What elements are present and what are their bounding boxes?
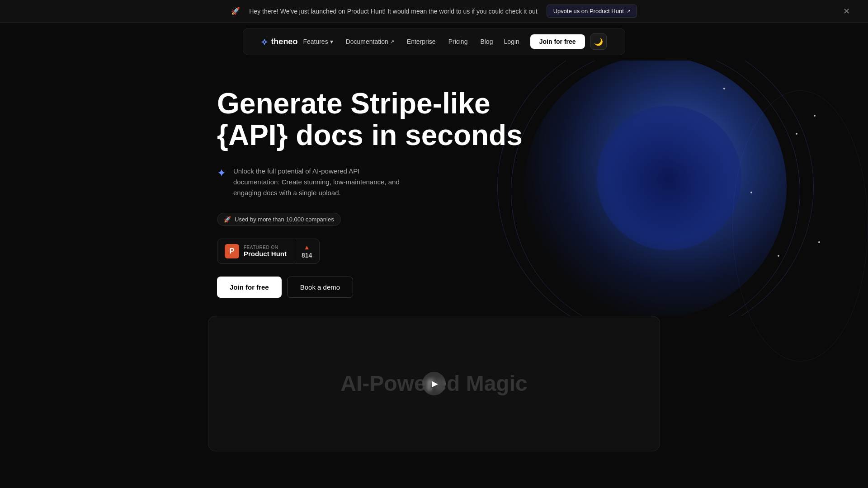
- join-free-button-nav[interactable]: Join for free: [530, 34, 585, 49]
- used-by-icon: 🚀: [224, 216, 231, 223]
- dot-5: [778, 255, 779, 257]
- dot-2: [796, 133, 797, 135]
- nav-enterprise[interactable]: Enterprise: [401, 35, 441, 48]
- video-text-right: ed Magic: [434, 371, 527, 395]
- nav-pricing[interactable]: Pricing: [443, 35, 473, 48]
- orb-ring: [511, 61, 800, 316]
- logo-name: theneo: [271, 37, 297, 47]
- close-announcement-button[interactable]: ✕: [843, 6, 850, 16]
- cta-buttons: Join for free Book a demo: [217, 277, 524, 298]
- dot-6: [814, 115, 816, 117]
- ph-text-wrap: FEATURED ON Product Hunt: [244, 245, 287, 258]
- orb-outer-ring: [497, 61, 814, 316]
- hero-content: Generate Stripe-like {API} docs in secon…: [217, 88, 524, 298]
- ph-upvote-arrow-icon: ▲: [304, 244, 310, 251]
- hero-subtitle: Unlock the full potential of AI-powered …: [233, 166, 405, 198]
- nav-documentation-label: Documentation: [346, 38, 388, 45]
- nav-enterprise-label: Enterprise: [407, 38, 436, 45]
- ph-featured-text: FEATURED ON: [244, 245, 287, 250]
- theme-toggle-button[interactable]: 🌙: [590, 33, 607, 50]
- hero-subtitle-wrapper: ✦ Unlock the full potential of AI-powere…: [217, 166, 524, 198]
- nav-pricing-label: Pricing: [448, 38, 468, 45]
- upvote-link[interactable]: Upvote us on Product Hunt ↗: [547, 5, 637, 18]
- ph-product-hunt-label: Product Hunt: [244, 250, 287, 258]
- login-button[interactable]: Login: [498, 35, 524, 48]
- hero-section: Generate Stripe-like {API} docs in secon…: [0, 61, 868, 316]
- hero-title-line2: {API} docs in seconds: [217, 119, 523, 151]
- product-hunt-badge[interactable]: P FEATURED ON Product Hunt ▲ 814: [217, 239, 320, 264]
- nav-features[interactable]: Features ▾: [297, 35, 338, 48]
- cross-icon: ✦: [217, 167, 226, 179]
- join-free-button-hero[interactable]: Join for free: [217, 277, 282, 298]
- hero-orb: [497, 61, 841, 316]
- chevron-down-icon: ▾: [330, 38, 333, 45]
- nav-features-label: Features: [303, 38, 328, 45]
- logo-icon: ⟡: [261, 37, 267, 47]
- used-by-text: Used by more than 10,000 companies: [235, 216, 334, 223]
- nav-blog[interactable]: Blog: [475, 35, 498, 48]
- hero-title-line1: Generate Stripe-like: [217, 87, 491, 120]
- ph-badge-right: ▲ 814: [294, 239, 319, 263]
- dot-3: [750, 192, 752, 193]
- nav-blog-label: Blog: [480, 38, 493, 45]
- video-container: AI-Powered Magic ▶: [208, 316, 660, 451]
- play-icon: ▶: [432, 379, 438, 389]
- dot-4: [818, 241, 820, 243]
- nav-links: Features ▾ Documentation ↗ Enterprise Pr…: [297, 35, 498, 48]
- orb-inner: [597, 106, 741, 250]
- video-play-button[interactable]: ▶: [422, 372, 446, 395]
- navbar: ⟡ theneo Features ▾ Documentation ↗ Ente…: [243, 28, 625, 55]
- dot-1: [723, 88, 725, 89]
- announcement-text: Hey there! We've just launched on Produc…: [249, 8, 537, 15]
- video-section: AI-Powered Magic ▶: [163, 316, 705, 451]
- announcement-bar: 🚀 Hey there! We've just launched on Prod…: [0, 0, 868, 23]
- nav-wrapper: ⟡ theneo Features ▾ Documentation ↗ Ente…: [0, 23, 868, 61]
- external-link-icon: ↗: [627, 9, 630, 14]
- used-by-badge[interactable]: 🚀 Used by more than 10,000 companies: [217, 213, 341, 226]
- hero-title: Generate Stripe-like {API} docs in secon…: [217, 88, 524, 151]
- external-link-icon: ↗: [390, 39, 394, 45]
- book-demo-button[interactable]: Book a demo: [287, 277, 353, 298]
- ph-badge-left: P FEATURED ON Product Hunt: [217, 239, 294, 263]
- rocket-icon: 🚀: [231, 7, 240, 15]
- nav-documentation[interactable]: Documentation ↗: [340, 35, 400, 48]
- ph-logo: P: [225, 244, 239, 258]
- logo[interactable]: ⟡ theneo: [261, 37, 297, 47]
- video-text-left: AI-Powe: [340, 371, 426, 395]
- ph-vote-count: 814: [302, 252, 312, 259]
- nav-right: Login Join for free 🌙: [498, 33, 606, 50]
- orb-glow: [524, 61, 787, 316]
- upvote-link-text: Upvote us on Product Hunt: [553, 8, 624, 14]
